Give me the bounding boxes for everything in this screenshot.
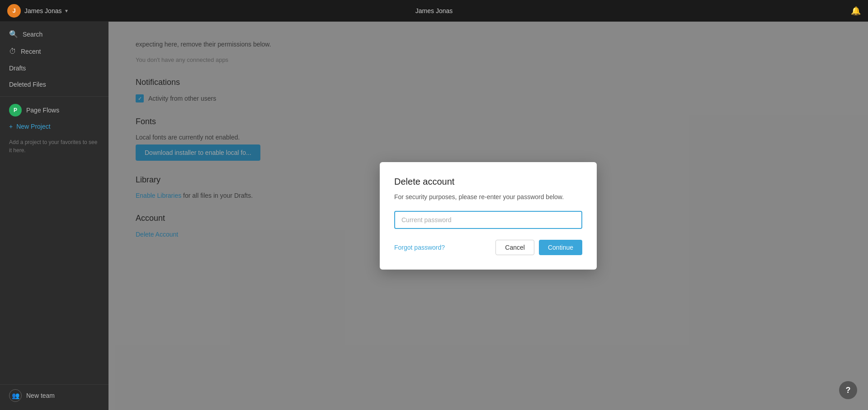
user-avatar: J <box>7 4 21 18</box>
people-icon: 👥 <box>9 389 22 402</box>
topbar-username: James Jonas <box>24 7 61 14</box>
chevron-down-icon: ▾ <box>65 8 68 14</box>
plus-icon: + <box>9 123 13 130</box>
sidebar-new-team-label: New team <box>26 392 55 399</box>
sidebar-search-label: Search <box>23 31 42 38</box>
recent-icon: ⏱ <box>9 47 16 56</box>
cancel-button[interactable]: Cancel <box>495 240 534 255</box>
sidebar-item-search[interactable]: 🔍 Search <box>0 25 108 43</box>
help-button[interactable]: ? <box>839 381 857 399</box>
sidebar-new-project-button[interactable]: + New Project <box>0 120 108 133</box>
sidebar-hint: Add a project to your favorites to see i… <box>0 133 108 160</box>
sidebar: 🔍 Search ⏱ Recent Drafts Deleted Files P… <box>0 22 108 410</box>
content-area: expecting here, remove their permissions… <box>108 22 868 410</box>
modal-description: For security purposes, please re-enter y… <box>394 192 582 202</box>
sidebar-item-drafts[interactable]: Drafts <box>0 60 108 76</box>
topbar-title: James Jonas <box>415 7 453 14</box>
sidebar-new-project-label: New Project <box>16 123 50 130</box>
main-layout: 🔍 Search ⏱ Recent Drafts Deleted Files P… <box>0 22 868 410</box>
team-avatar: P <box>9 104 22 116</box>
delete-account-modal: Delete account For security purposes, pl… <box>380 162 597 270</box>
sidebar-divider-1 <box>0 96 108 97</box>
modal-footer: Forgot password? Cancel Continue <box>394 240 582 255</box>
sidebar-item-deleted-files[interactable]: Deleted Files <box>0 76 108 93</box>
current-password-input[interactable] <box>394 211 582 229</box>
sidebar-team-page-flows: P Page Flows <box>0 100 108 120</box>
sidebar-drafts-label: Drafts <box>9 65 26 72</box>
user-menu-trigger[interactable]: J James Jonas ▾ <box>7 4 68 18</box>
sidebar-item-recent[interactable]: ⏱ Recent <box>0 43 108 60</box>
modal-overlay: Delete account For security purposes, pl… <box>108 22 868 410</box>
forgot-password-link[interactable]: Forgot password? <box>394 244 445 251</box>
sidebar-new-team-button[interactable]: 👥 New team <box>0 384 108 406</box>
topbar-right: 🔔 <box>851 6 861 16</box>
continue-button[interactable]: Continue <box>539 240 582 255</box>
sidebar-deleted-files-label: Deleted Files <box>9 81 46 88</box>
modal-title: Delete account <box>394 177 582 187</box>
notification-bell-icon[interactable]: 🔔 <box>851 6 861 16</box>
sidebar-team-name: Page Flows <box>26 107 59 114</box>
search-icon: 🔍 <box>9 30 18 38</box>
modal-footer-buttons: Cancel Continue <box>495 240 582 255</box>
sidebar-recent-label: Recent <box>21 48 41 55</box>
topbar: J James Jonas ▾ James Jonas 🔔 <box>0 0 868 22</box>
